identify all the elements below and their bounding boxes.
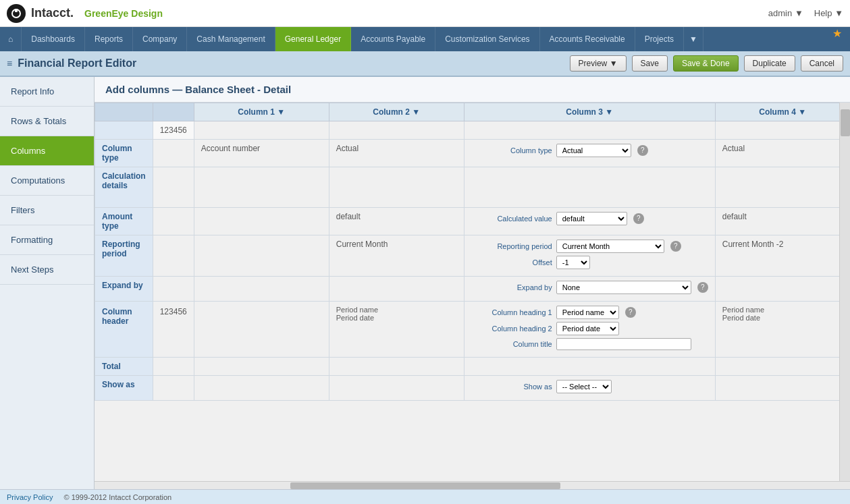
hscroll-thumb[interactable] [290, 482, 560, 489]
nav-item-cash-management[interactable]: Cash Management [187, 27, 275, 51]
vscroll-thumb[interactable] [841, 109, 850, 136]
nav-item-reports[interactable]: Reports [85, 27, 133, 51]
total-row: Total [95, 358, 840, 376]
col2-coltype: Actual [329, 140, 464, 167]
preview-button[interactable]: Preview ▼ [570, 55, 627, 72]
row-id-cell: 123456 [153, 121, 194, 140]
sidebar-item-next-steps[interactable]: Next Steps [0, 255, 94, 285]
sidebar-item-formatting[interactable]: Formatting [0, 225, 94, 255]
expand-by-help-icon[interactable]: ? [697, 282, 708, 293]
heading1-select[interactable]: Period name Period date Column title [556, 306, 619, 319]
col3-coltype-select[interactable]: Actual Budget Account number [556, 144, 631, 157]
sidebar-item-rows-totals[interactable]: Rows & Totals [0, 107, 94, 136]
heading2-select[interactable]: Period date Period name Column title [556, 322, 619, 335]
column-title-field: Column title [471, 338, 708, 350]
col1-total [194, 358, 329, 376]
expand-by-select[interactable]: None Department Location [556, 281, 691, 294]
cancel-button[interactable]: Cancel [801, 55, 843, 72]
col3-calcdet [464, 167, 715, 208]
nav-item-dashboards[interactable]: Dashboards [22, 27, 85, 51]
sidebar-item-computations[interactable]: Computations [0, 166, 94, 196]
intacct-logo-icon [7, 4, 26, 23]
reporting-period-select[interactable]: Current Month Current Quarter Current Ye… [556, 240, 664, 253]
amount-type-label: Amount type [95, 208, 153, 235]
col3-ch: Column heading 1 Period name Period date… [464, 302, 715, 358]
page-title: Financial Report Editor [18, 57, 136, 69]
col1-amt [194, 208, 329, 235]
expand-by-field-label: Expand by [471, 283, 552, 291]
col2-total [329, 358, 464, 376]
copyright-text: © 1999-2012 Intacct Corporation [63, 493, 171, 501]
heading1-field: Column heading 1 Period name Period date… [471, 306, 708, 319]
col3-header[interactable]: Column 3 ▼ [464, 103, 715, 121]
save-done-button[interactable]: Save & Done [673, 55, 739, 72]
column-title-label: Column title [471, 340, 552, 348]
col0-total [153, 358, 194, 376]
show-as-field: Show as -- Select -- Amount Percent [471, 380, 708, 393]
sidebar-item-report-info[interactable]: Report Info [0, 77, 94, 107]
reporting-period-row: Reporting period Current Month Reporting… [95, 235, 840, 277]
column-header-label: Column header [95, 302, 153, 358]
col3-sa: Show as -- Select -- Amount Percent [464, 376, 715, 401]
nav-item-general-ledger[interactable]: General Ledger [275, 27, 351, 51]
id-row: 123456 [95, 121, 840, 140]
svg-rect-2 [15, 9, 18, 12]
col4-coltype: Actual [715, 140, 839, 167]
status-bar: Privacy Policy © 1999-2012 Intacct Corpo… [0, 489, 850, 504]
col-label-header [95, 103, 153, 121]
col4-period-date: Period date [722, 314, 839, 322]
main-layout: Report Info Rows & Totals Columns Comput… [0, 77, 850, 489]
nav-bar: ⌂ Dashboards Reports Company Cash Manage… [0, 27, 850, 51]
col4-amt: default [715, 208, 839, 235]
show-as-label: Show as [95, 376, 153, 401]
col2-id [329, 121, 464, 140]
col4-header[interactable]: Column 4 ▼ [715, 103, 839, 121]
col1-sa [194, 376, 329, 401]
save-button[interactable]: Save [632, 55, 668, 72]
admin-menu[interactable]: admin ▼ [768, 8, 803, 18]
calculation-details-row: Calculation details [95, 167, 840, 208]
logo-area: Intacct. GreenEye Design [7, 4, 163, 23]
col3-total [464, 358, 715, 376]
favorites-star-icon[interactable]: ★ [824, 27, 850, 51]
calc-value-help-icon[interactable]: ? [633, 213, 644, 224]
nav-item-accounts-receivable[interactable]: Accounts Receivable [540, 27, 635, 51]
col2-ch: Period name Period date [329, 302, 464, 358]
col4-period-name: Period name [722, 306, 839, 314]
col4-total [715, 358, 839, 376]
calc-value-field: Calculated value default ending balance … [471, 212, 708, 225]
vertical-scrollbar[interactable] [839, 103, 850, 481]
col4-calcdet [715, 167, 839, 208]
duplicate-button[interactable]: Duplicate [744, 55, 795, 72]
offset-select[interactable]: -1 0 -2 1 [556, 256, 590, 269]
nav-more-button[interactable]: ▼ [684, 27, 703, 51]
horizontal-scrollbar[interactable] [95, 481, 850, 489]
nav-item-accounts-payable[interactable]: Accounts Payable [351, 27, 435, 51]
sidebar-item-columns[interactable]: Columns [0, 136, 94, 166]
privacy-link[interactable]: Privacy Policy [7, 493, 53, 501]
col3-id [464, 121, 715, 140]
col0-ch: 123456 [153, 302, 194, 358]
heading1-help-icon[interactable]: ? [625, 307, 636, 318]
col1-header[interactable]: Column 1 ▼ [194, 103, 329, 121]
col2-calcdet [329, 167, 464, 208]
column-title-input[interactable] [556, 338, 691, 350]
coltype-help-icon[interactable]: ? [637, 145, 648, 156]
col2-header[interactable]: Column 2 ▼ [329, 103, 464, 121]
coltype-field-label: Column type [471, 146, 552, 155]
top-right-area: admin ▼ Help ▼ [768, 8, 843, 18]
sidebar-item-filters[interactable]: Filters [0, 196, 94, 225]
help-menu[interactable]: Help ▼ [814, 8, 843, 18]
nav-home-button[interactable]: ⌂ [0, 27, 22, 51]
col0-calcdet [153, 167, 194, 208]
nav-item-company[interactable]: Company [133, 27, 187, 51]
show-as-select[interactable]: -- Select -- Amount Percent [556, 380, 612, 393]
nav-item-projects[interactable]: Projects [635, 27, 684, 51]
calc-value-label: Calculated value [471, 215, 552, 223]
nav-item-customization-services[interactable]: Customization Services [435, 27, 539, 51]
reporting-period-help-icon[interactable]: ? [670, 241, 681, 252]
col-id-header [153, 103, 194, 121]
calc-value-select[interactable]: default ending balance net change [556, 212, 627, 225]
col1-calcdet [194, 167, 329, 208]
report-table: Column 1 ▼ Column 2 ▼ Column 3 ▼ Column … [95, 103, 839, 401]
